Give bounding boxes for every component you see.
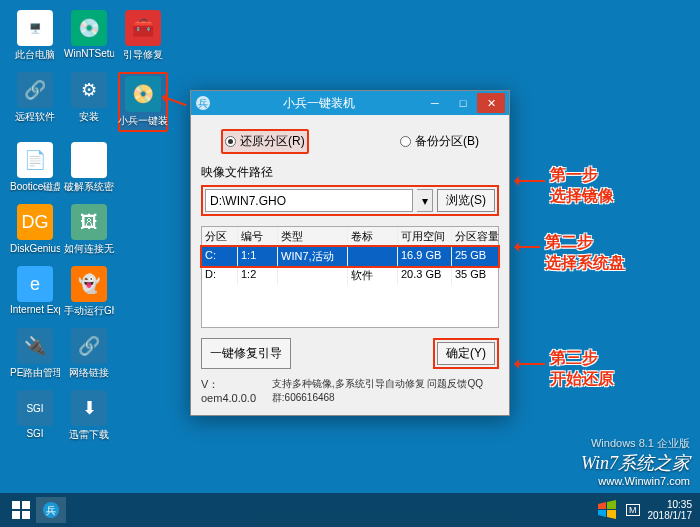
- app-icon: SGI: [17, 390, 53, 426]
- app-icon: ⬇: [71, 390, 107, 426]
- col-header[interactable]: 编号: [238, 227, 278, 246]
- image-path-input[interactable]: [205, 189, 413, 212]
- desktop-icon[interactable]: 🔌PE路由管理器: [10, 328, 60, 380]
- app-icon: 🔌: [17, 328, 53, 364]
- app-icon: 👻: [71, 266, 107, 302]
- desktop-icon[interactable]: NT破解系统密码: [64, 142, 114, 194]
- icon-label: 破解系统密码: [64, 180, 114, 194]
- backup-radio[interactable]: 备份分区(B): [400, 129, 479, 154]
- desktop-icon[interactable]: 👻手动运行Ghost: [64, 266, 114, 318]
- desktop-icon[interactable]: 🖥️此台电脑: [10, 10, 60, 62]
- icon-label: 小兵一键装机: [118, 114, 168, 128]
- col-header[interactable]: 可用空间: [398, 227, 452, 246]
- desktop-icon[interactable]: 📄Bootice磁盘工具: [10, 142, 60, 194]
- desktop-icon[interactable]: 💿WinNTSetup: [64, 10, 114, 62]
- col-header[interactable]: 分区: [202, 227, 238, 246]
- icon-label: 手动运行Ghost: [64, 304, 114, 318]
- window-title: 小兵一键装机: [217, 95, 421, 112]
- app-icon: 📀: [125, 76, 161, 112]
- close-button[interactable]: ✕: [477, 93, 505, 113]
- ok-button[interactable]: 确定(Y): [437, 342, 495, 365]
- browse-button[interactable]: 浏览(S): [437, 189, 495, 212]
- svg-rect-5: [22, 511, 30, 519]
- start-button[interactable]: [6, 497, 36, 523]
- system-tray[interactable]: M 10:35 2018/1/17: [596, 499, 692, 521]
- icon-label: PE路由管理器: [10, 366, 60, 380]
- icon-label: Internet Explorer: [10, 304, 60, 315]
- path-dropdown[interactable]: ▾: [417, 189, 433, 212]
- svg-rect-3: [22, 501, 30, 509]
- clock-date: 2018/1/17: [648, 510, 693, 521]
- app-icon: 📄: [17, 142, 53, 178]
- table-row[interactable]: D:1:2软件20.3 GB35 GB: [202, 266, 498, 285]
- icon-label: 迅雷下载: [69, 428, 109, 442]
- desktop-icon[interactable]: ⬇迅雷下载: [64, 390, 114, 442]
- version-label: V：oem4.0.0.0: [201, 377, 262, 405]
- app-icon: DG: [17, 204, 53, 240]
- icon-label: 如何连接无线网络: [64, 242, 114, 256]
- app-icon: 🧰: [125, 10, 161, 46]
- svg-text:兵: 兵: [198, 98, 208, 109]
- desktop-icon[interactable]: ⚙安装: [64, 72, 114, 132]
- app-icon: 🔗: [71, 328, 107, 364]
- icon-label: 远程软件: [15, 110, 55, 124]
- icon-label: 此台电脑: [15, 48, 55, 62]
- app-icon: 🖼: [71, 204, 107, 240]
- taskbar[interactable]: 兵 M 10:35 2018/1/17: [0, 493, 700, 527]
- icon-label: Bootice磁盘工具: [10, 180, 60, 194]
- desktop-icon-selected[interactable]: 📀小兵一键装机: [118, 72, 168, 132]
- desktop-icon[interactable]: DGDiskGenius分区工具: [10, 204, 60, 256]
- boot-repair-button[interactable]: 一键修复引导: [201, 338, 291, 369]
- titlebar[interactable]: 兵 小兵一键装机 ─ □ ✕: [191, 91, 509, 115]
- col-header[interactable]: 类型: [278, 227, 348, 246]
- icon-label: SGI: [26, 428, 43, 439]
- desktop-icon[interactable]: 🔗远程软件: [10, 72, 60, 132]
- desktop-icon[interactable]: SGISGI: [10, 390, 60, 442]
- minimize-button[interactable]: ─: [421, 93, 449, 113]
- step1-callout: 第一步选择镜像: [550, 165, 614, 207]
- footer-note: 支持多种镜像,多系统引导自动修复 问题反馈QQ群:606616468: [272, 377, 499, 405]
- app-icon: 🔗: [17, 72, 53, 108]
- col-header[interactable]: 分区容量: [452, 227, 502, 246]
- icon-label: 引导修复: [123, 48, 163, 62]
- app-icon: NT: [71, 142, 107, 178]
- desktop-icons: 🖥️此台电脑💿WinNTSetup🧰引导修复🔗远程软件⚙安装📀小兵一键装机📄Bo…: [10, 10, 168, 442]
- app-icon: 💿: [71, 10, 107, 46]
- icon-label: 网络链接: [69, 366, 109, 380]
- partition-table[interactable]: 分区编号类型卷标可用空间分区容量 C:1:1WIN7,活动16.9 GB25 G…: [201, 226, 499, 328]
- app-icon: e: [17, 266, 53, 302]
- clock-time: 10:35: [648, 499, 693, 510]
- maximize-button[interactable]: □: [449, 93, 477, 113]
- ime-indicator[interactable]: M: [626, 504, 640, 516]
- step2-callout: 第二步选择系统盘: [545, 232, 625, 274]
- arrow-icon: [515, 363, 545, 365]
- arrow-icon: [515, 246, 540, 248]
- path-label: 映像文件路径: [201, 164, 499, 181]
- icon-label: WinNTSetup: [64, 48, 114, 59]
- table-row[interactable]: C:1:1WIN7,活动16.9 GB25 GB: [202, 247, 498, 266]
- desktop-icon[interactable]: 🧰引导修复: [118, 10, 168, 62]
- restore-radio[interactable]: 还原分区(R): [221, 129, 309, 154]
- app-icon: 兵: [195, 95, 211, 111]
- desktop-icon[interactable]: 🖼如何连接无线网络: [64, 204, 114, 256]
- svg-text:兵: 兵: [46, 505, 56, 516]
- col-header[interactable]: 卷标: [348, 227, 398, 246]
- desktop-icon[interactable]: 🔗网络链接: [64, 328, 114, 380]
- arrow-icon: [515, 180, 545, 182]
- image-path-row: ▾ 浏览(S): [201, 185, 499, 216]
- svg-rect-2: [12, 501, 20, 509]
- icon-label: 安装: [79, 110, 99, 124]
- svg-rect-4: [12, 511, 20, 519]
- desktop-icon[interactable]: eInternet Explorer: [10, 266, 60, 318]
- installer-window: 兵 小兵一键装机 ─ □ ✕ 还原分区(R) 备份分区(B) 映像文件路径 ▾ …: [190, 90, 510, 416]
- windows-flag-icon: [596, 499, 618, 521]
- step3-callout: 第三步开始还原: [550, 348, 614, 390]
- taskbar-app-icon[interactable]: 兵: [36, 497, 66, 523]
- watermark: Windows 8.1 企业版 Win7系统之家 www.Winwin7.com: [581, 436, 690, 487]
- app-icon: ⚙: [71, 72, 107, 108]
- app-icon: 🖥️: [17, 10, 53, 46]
- icon-label: DiskGenius分区工具: [10, 242, 60, 256]
